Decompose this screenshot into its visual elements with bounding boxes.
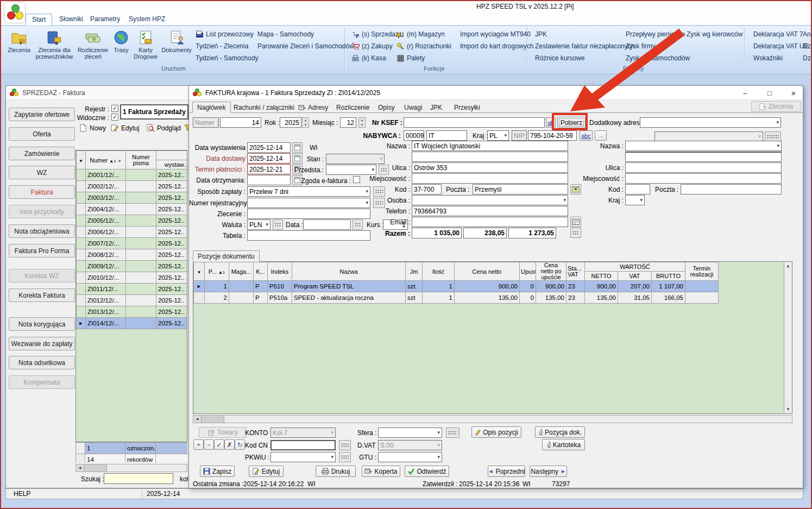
ribbon-link-sprzedaz[interactable]: (s) Sprzedaż <box>351 30 399 38</box>
tab-naglowek[interactable]: Nagłówek <box>192 102 231 113</box>
list-header-marker[interactable]: ▼ <box>77 151 86 169</box>
sfera-browse-button[interactable] <box>446 428 459 438</box>
extra-nazwa2-field[interactable] <box>625 152 782 162</box>
extra-kod-field[interactable] <box>625 184 650 194</box>
list-header-data-sub[interactable]: wystaw... ▼ <box>156 160 188 169</box>
ribbon-link-kasa[interactable]: (k) Kasa <box>351 54 386 62</box>
list-row[interactable]: ZI012/12/...2025-12.. <box>77 295 188 306</box>
nav-delete-button[interactable]: − <box>204 439 214 450</box>
tab-parametry[interactable]: Parametry <box>84 14 126 26</box>
list-row[interactable]: ZI008/12/...2025-12.. <box>77 249 188 261</box>
app-logo-icon[interactable] <box>4 2 26 23</box>
waluta-select[interactable]: PLN▾ <box>247 219 270 230</box>
grid-header-magazyn[interactable]: Maga... <box>229 262 254 281</box>
ribbon-button-zlecenia-dla-przewoznikow[interactable]: Zlecenia dla przewoźników <box>34 29 75 67</box>
ribbon-link-tydzien-samochody[interactable]: Tydzień - Samochody <box>196 54 258 62</box>
zlecenie-field[interactable] <box>247 209 370 219</box>
opis-pozycji-button[interactable]: Opis pozycji <box>471 426 521 438</box>
tab-opisy[interactable]: Opisy <box>374 102 399 113</box>
ribbon-link-tydzien-zlecenia[interactable]: Tydzień - Zlecenia <box>196 42 248 50</box>
ribbon-button-zlecenia[interactable]: Zlecenia <box>5 29 33 67</box>
nabywca-kod-field[interactable]: 00009 <box>404 130 424 141</box>
buyer-telefon-field[interactable]: 793664793 <box>412 206 568 216</box>
nabywca-skrot-field[interactable]: IT <box>426 130 467 141</box>
sidebar-item-wz[interactable]: WZ <box>9 166 75 179</box>
pozycja-dok-button[interactable]: Pozycja dok. <box>535 426 585 438</box>
data-wystawienia-field[interactable]: 2025-12-14 <box>247 142 291 153</box>
ribbon-link-magazyn[interactable]: (m) Magazyn <box>396 30 445 38</box>
extra-miejscowosc-field[interactable] <box>625 173 782 184</box>
list-row[interactable]: ZI001/12/...2025-12.. <box>77 169 188 181</box>
maximize-button[interactable]: □ <box>761 87 778 98</box>
ribbon-link-list-przewozowy[interactable]: List przewozowy <box>196 30 254 38</box>
kraj-select[interactable]: PL▾ <box>487 130 509 141</box>
list-row[interactable]: ZI004/12/...2025-12.. <box>77 204 188 215</box>
rejestr-checkbox[interactable]: ✓ <box>111 105 118 112</box>
widoczne-checkbox[interactable]: ✓ <box>111 114 118 121</box>
extra-poczta-field[interactable] <box>681 184 782 194</box>
scroll-thumb[interactable] <box>84 464 107 472</box>
scroll-up-icon[interactable]: ▲ <box>786 262 790 270</box>
ribbon-link-zakupy[interactable]: (z) Zakupy <box>351 42 393 50</box>
sidebar-item-faktura-pro-forma[interactable]: Faktura Pro Forma <box>9 244 75 257</box>
kurs-data-field[interactable] <box>303 219 351 230</box>
tab-start[interactable]: Start <box>26 14 52 26</box>
tab-przesylki[interactable]: Przesyłki <box>450 102 484 113</box>
ribbon-button-trasy[interactable]: Trasy <box>111 29 131 67</box>
razem-browse-button[interactable] <box>570 228 581 238</box>
tab-adresy[interactable]: Adresy <box>294 102 332 113</box>
extra-kraj-select[interactable]: ▾ <box>625 195 645 205</box>
sposob-zaplaty-select[interactable]: Przelew 7 dni▾ <box>247 186 370 197</box>
sidebar-item-nota-korygujaca[interactable]: Nota korygująca <box>9 317 75 331</box>
ribbon-link-clipped-2[interactable]: Dzie <box>803 42 812 50</box>
ribbon-link-parowanie[interactable]: Parowanie Zleceń i Samochodów <box>257 42 354 50</box>
ribbon-link-import-mt940[interactable]: Import wyciagów MT940 <box>460 30 531 38</box>
nav-insert-button[interactable]: + <box>193 439 204 450</box>
rok-field[interactable]: 2025 <box>280 117 301 128</box>
grid-header-indeks[interactable]: Indeks <box>268 262 292 281</box>
item-row-selected[interactable]: ► 1 PP510 Program SPEED TSLszt 1900,00 0… <box>194 281 719 292</box>
register-select[interactable]: 1 Faktura Sprzedaży Z <box>120 104 188 120</box>
calendar-button[interactable] <box>292 142 303 153</box>
scroll-left-icon[interactable]: ◄ <box>76 464 84 472</box>
ribbon-button-rozliczenie-zlecen[interactable]: Rozliczenie zleceń <box>76 29 110 67</box>
data-dostawy-field[interactable]: 2025-12-14 <box>247 153 291 164</box>
nip-field[interactable]: 795-104-20-59 <box>528 130 577 141</box>
waluta-browse-button[interactable] <box>273 219 283 230</box>
list-header-data-top[interactable]: D <box>156 151 188 160</box>
termin-platnosci-field[interactable]: 2025-12-21 <box>247 164 291 174</box>
buyer-nazwa-field[interactable]: IT Wojciech Ignatowski <box>412 141 568 151</box>
ribbon-link-deklaracja-vat7[interactable]: Deklaracja VAT 7 <box>753 30 803 38</box>
list-row[interactable]: ZI002/12/...2025-12.. <box>77 181 188 192</box>
scroll-left-icon[interactable]: ◄ <box>193 416 202 423</box>
sidebar-item-zamowienie[interactable]: Zamówienie <box>9 147 75 160</box>
sidebar-item-oferta[interactable]: Oferta <box>9 127 75 141</box>
close-button[interactable]: × <box>785 87 802 98</box>
grid-header-netto[interactable]: NETTO <box>585 272 618 281</box>
next-button[interactable]: Następny► <box>530 466 567 477</box>
grid-header-p[interactable]: P... ▲1 <box>205 262 229 281</box>
nav-refresh-button[interactable]: ↻ <box>235 439 245 450</box>
save-button[interactable]: Zapisz <box>200 466 235 477</box>
list-header-numer[interactable]: Numer ▲1 ▼ <box>86 151 126 169</box>
sidebar-item-nota-odsetkowa[interactable]: Nota odsetkowa <box>9 356 75 369</box>
list-row[interactable]: ZI013/12/...2025-12.. <box>77 306 188 318</box>
email-button[interactable] <box>570 217 581 227</box>
grid-header-k[interactable]: K... <box>254 262 268 281</box>
ksef-field[interactable] <box>404 117 545 128</box>
grid-header-ilosc[interactable]: Ilość <box>423 262 455 281</box>
list-row[interactable]: ZI007/12/...2025-12.. <box>77 238 188 249</box>
item-row[interactable]: 2 PP510a SPEED - aktualizacja rocznaszt … <box>194 292 719 304</box>
buyer-nazwa2-field[interactable] <box>412 152 568 162</box>
ribbon-link-wskazniki[interactable]: Wskaźniki <box>753 54 783 62</box>
grid-header-jm[interactable]: Jm <box>406 262 423 281</box>
rok-spinner[interactable]: ▲▼ <box>302 117 309 128</box>
data-otrzymania-field[interactable] <box>247 175 291 185</box>
grid-header-upust[interactable]: Upust <box>520 262 536 281</box>
kartoteka-button[interactable]: Kartoteka <box>542 439 585 450</box>
grid-hscrollbar[interactable]: ◄ <box>193 415 792 423</box>
tab-uwagi[interactable]: Uwagi <box>400 102 426 113</box>
sidebar-item-nota-obciazeniowa[interactable]: Nota obciążeniowa <box>9 224 75 238</box>
minimize-button[interactable]: – <box>737 87 754 98</box>
grid-header-cena-po-upuscie[interactable]: Cena netto po upuście <box>536 262 566 281</box>
